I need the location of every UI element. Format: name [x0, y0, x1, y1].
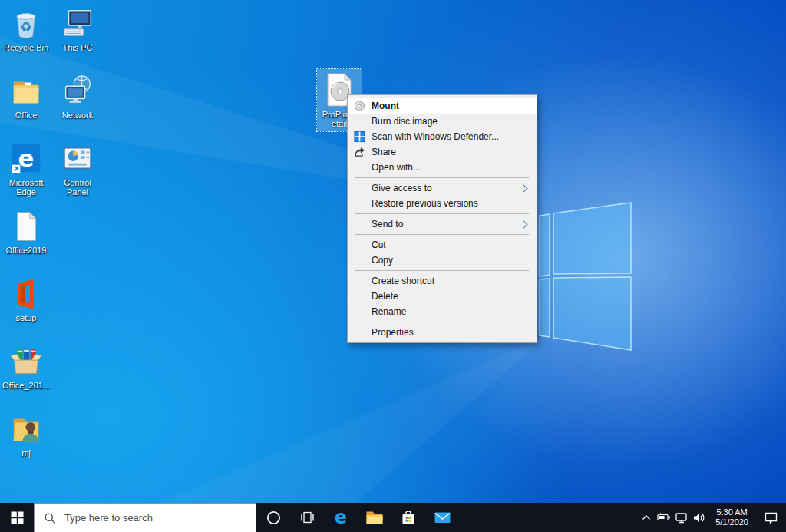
- svg-text:e: e: [18, 145, 35, 172]
- office-201-icon: [1, 342, 51, 379]
- menu-item-properties[interactable]: Properties: [348, 325, 537, 340]
- control-panel-icon: [52, 140, 103, 177]
- cortana-button[interactable]: [256, 503, 290, 532]
- desktop-icon-control-panel[interactable]: Control Panel: [52, 140, 103, 197]
- desktop-icon-recycle-bin[interactable]: ♻Recycle Bin: [1, 5, 51, 52]
- clock-time: 5:30 AM: [715, 507, 748, 517]
- desktop-icon-label: Network: [52, 111, 103, 120]
- tray-chevron-up-icon[interactable]: [637, 513, 655, 522]
- volume-icon[interactable]: [690, 512, 708, 524]
- menu-item-burn-disc-image[interactable]: Burn disc image: [348, 114, 537, 129]
- menu-item-label: Scan with Windows Defender...: [365, 131, 499, 142]
- menu-separator: [355, 270, 529, 271]
- clock-date: 5/1/2020: [715, 517, 748, 527]
- menu-item-send-to[interactable]: Send to: [348, 216, 537, 232]
- desktop-icon-label: Recycle Bin: [1, 43, 51, 52]
- desktop-icon-label: Office_201...: [1, 381, 51, 390]
- desktop-icon-label: Office: [1, 111, 51, 120]
- desktop-icon-mj[interactable]: mj: [1, 410, 51, 458]
- setup-icon: [1, 275, 51, 312]
- menu-item-give-access-to[interactable]: Give access to: [348, 180, 537, 196]
- menu-item-label: Delete: [365, 291, 398, 302]
- mail-icon[interactable]: [425, 503, 459, 532]
- menu-item-label: Open with...: [365, 162, 421, 173]
- menu-item-label: Share: [365, 147, 396, 157]
- menu-separator: [355, 234, 529, 235]
- menu-item-create-shortcut[interactable]: Create shortcut: [348, 273, 537, 289]
- menu-item-label: Rename: [365, 306, 406, 317]
- taskbar: e 5:30 AM 5/1/2020: [0, 503, 786, 532]
- menu-item-scan-with-windows-defender[interactable]: Scan with Windows Defender...: [348, 129, 537, 144]
- recycle-bin-icon: ♻: [1, 5, 51, 41]
- desktop-icon-label: Microsoft Edge: [1, 178, 51, 197]
- office2019-icon: [1, 207, 51, 244]
- svg-text:♻: ♻: [20, 19, 31, 35]
- desktop-icon-microsoft-edge[interactable]: eMicrosoft Edge: [1, 140, 51, 197]
- menu-item-label: Give access to: [365, 183, 432, 193]
- menu-item-label: Mount: [365, 101, 399, 111]
- search-icon: [44, 512, 56, 524]
- submenu-chevron-icon: [520, 221, 528, 229]
- start-button[interactable]: [0, 503, 34, 532]
- desktop-icon-office-folder[interactable]: Office: [1, 72, 51, 120]
- task-view-button[interactable]: [290, 503, 324, 532]
- menu-item-restore-previous-versions[interactable]: Restore previous versions: [348, 196, 537, 211]
- battery-icon[interactable]: [655, 512, 672, 523]
- menu-item-share[interactable]: Share: [348, 144, 537, 160]
- context-menu: MountBurn disc imageScan with Windows De…: [347, 94, 537, 343]
- desktop-icon-office-201[interactable]: Office_201...: [1, 342, 51, 390]
- this-pc-icon: [52, 5, 103, 41]
- scan-with-windows-defender-icon: [348, 131, 365, 143]
- menu-item-delete[interactable]: Delete: [348, 289, 537, 304]
- taskbar-clock[interactable]: 5:30 AM 5/1/2020: [708, 507, 755, 527]
- store-icon[interactable]: [391, 503, 425, 532]
- menu-item-open-with[interactable]: Open with...: [348, 160, 537, 175]
- menu-item-label: Burn disc image: [365, 116, 438, 127]
- menu-separator: [355, 213, 529, 214]
- menu-item-copy[interactable]: Copy: [348, 253, 537, 268]
- desktop-icon-office2019[interactable]: Office2019: [1, 207, 51, 255]
- menu-item-mount[interactable]: Mount: [348, 98, 537, 114]
- action-center-icon[interactable]: [755, 511, 786, 524]
- taskbar-search[interactable]: [34, 503, 256, 532]
- menu-item-label: Create shortcut: [365, 276, 434, 286]
- desktop-icon-label: mj: [1, 448, 51, 458]
- menu-item-label: Cut: [365, 240, 386, 250]
- desktop-icon-label: setup: [1, 313, 51, 322]
- menu-item-label: Send to: [365, 219, 403, 230]
- search-input[interactable]: [63, 511, 235, 524]
- system-tray: 5:30 AM 5/1/2020: [637, 503, 786, 532]
- menu-item-label: Properties: [365, 327, 414, 338]
- edge-taskbar-icon[interactable]: e: [324, 503, 358, 532]
- file-explorer-icon[interactable]: [358, 503, 391, 532]
- windows-logo-panes: [540, 203, 631, 350]
- desktop-icon-this-pc[interactable]: This PC: [52, 5, 103, 52]
- network-icon: [52, 72, 103, 109]
- desktop-icon-setup[interactable]: setup: [1, 275, 51, 322]
- desktop-icon-network[interactable]: Network: [52, 72, 103, 120]
- menu-item-cut[interactable]: Cut: [348, 237, 537, 253]
- mj-icon: [1, 410, 51, 447]
- menu-item-rename[interactable]: Rename: [348, 304, 537, 319]
- submenu-chevron-icon: [520, 185, 528, 193]
- desktop: ♻Recycle BinThis PCOfficeNetworkeMicroso…: [0, 0, 786, 532]
- microsoft-edge-icon: e: [1, 140, 51, 177]
- desktop-icon-label: This PC: [52, 43, 103, 52]
- desktop-icon-label: Office2019: [1, 246, 51, 255]
- menu-separator: [355, 322, 529, 322]
- network-icon[interactable]: [672, 512, 690, 524]
- menu-separator: [355, 177, 529, 178]
- share-icon: [348, 146, 365, 158]
- desktop-icon-label: Control Panel: [52, 178, 103, 197]
- office-folder-icon: [1, 72, 51, 109]
- svg-text:e: e: [335, 507, 347, 527]
- menu-item-label: Restore previous versions: [365, 198, 478, 209]
- mount-icon: [348, 100, 365, 112]
- menu-item-label: Copy: [365, 255, 393, 266]
